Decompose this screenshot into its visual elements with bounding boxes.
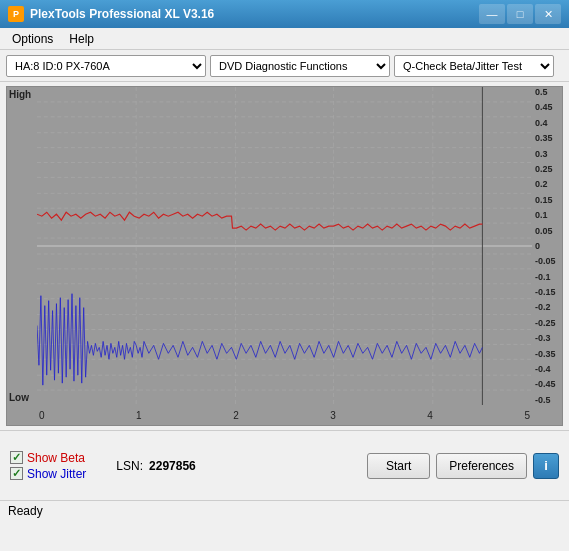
x-label-3: 3 bbox=[330, 410, 336, 421]
checkmark-jitter: ✓ bbox=[12, 467, 21, 480]
app-icon: P bbox=[8, 6, 24, 22]
x-label-0: 0 bbox=[39, 410, 45, 421]
preferences-button[interactable]: Preferences bbox=[436, 453, 527, 479]
toolbar: HA:8 ID:0 PX-760A DVD Diagnostic Functio… bbox=[0, 50, 569, 82]
drive-select[interactable]: HA:8 ID:0 PX-760A bbox=[6, 55, 206, 77]
lsn-label: LSN: bbox=[116, 459, 143, 473]
function-select[interactable]: DVD Diagnostic Functions bbox=[210, 55, 390, 77]
status-text: Ready bbox=[8, 504, 43, 518]
x-label-5: 5 bbox=[524, 410, 530, 421]
y-axis-right: 0.5 0.45 0.4 0.35 0.3 0.25 0.2 0.15 0.1 … bbox=[532, 87, 562, 405]
maximize-button[interactable]: □ bbox=[507, 4, 533, 24]
menu-help[interactable]: Help bbox=[61, 31, 102, 47]
x-axis: 0 1 2 3 4 5 bbox=[37, 405, 532, 425]
show-beta-label: Show Beta bbox=[27, 451, 85, 465]
menu-options[interactable]: Options bbox=[4, 31, 61, 47]
chart-container: High Low 0.5 0.45 0.4 0.35 0.3 0.25 0.2 … bbox=[6, 86, 563, 426]
show-jitter-label: Show Jitter bbox=[27, 467, 86, 481]
x-label-4: 4 bbox=[427, 410, 433, 421]
y-axis-high-label: High bbox=[9, 89, 31, 100]
statusbar: Ready bbox=[0, 500, 569, 520]
chart-svg bbox=[37, 87, 532, 405]
show-jitter-row: ✓ Show Jitter bbox=[10, 467, 86, 481]
checkmark-beta: ✓ bbox=[12, 451, 21, 464]
test-select[interactable]: Q-Check Beta/Jitter Test bbox=[394, 55, 554, 77]
info-button[interactable]: i bbox=[533, 453, 559, 479]
start-button[interactable]: Start bbox=[367, 453, 430, 479]
titlebar-left: P PlexTools Professional XL V3.16 bbox=[8, 6, 214, 22]
checkboxes: ✓ Show Beta ✓ Show Jitter bbox=[10, 451, 86, 481]
titlebar: P PlexTools Professional XL V3.16 — □ ✕ bbox=[0, 0, 569, 28]
window-title: PlexTools Professional XL V3.16 bbox=[30, 7, 214, 21]
close-button[interactable]: ✕ bbox=[535, 4, 561, 24]
lsn-area: LSN: 2297856 bbox=[116, 459, 195, 473]
y-axis-low-label: Low bbox=[9, 392, 29, 403]
x-label-1: 1 bbox=[136, 410, 142, 421]
lsn-value: 2297856 bbox=[149, 459, 196, 473]
titlebar-controls: — □ ✕ bbox=[479, 4, 561, 24]
show-jitter-checkbox[interactable]: ✓ bbox=[10, 467, 23, 480]
minimize-button[interactable]: — bbox=[479, 4, 505, 24]
bottom-bar: ✓ Show Beta ✓ Show Jitter LSN: 2297856 S… bbox=[0, 430, 569, 500]
show-beta-checkbox[interactable]: ✓ bbox=[10, 451, 23, 464]
x-label-2: 2 bbox=[233, 410, 239, 421]
show-beta-row: ✓ Show Beta bbox=[10, 451, 86, 465]
button-area: Start Preferences i bbox=[367, 453, 559, 479]
menubar: Options Help bbox=[0, 28, 569, 50]
